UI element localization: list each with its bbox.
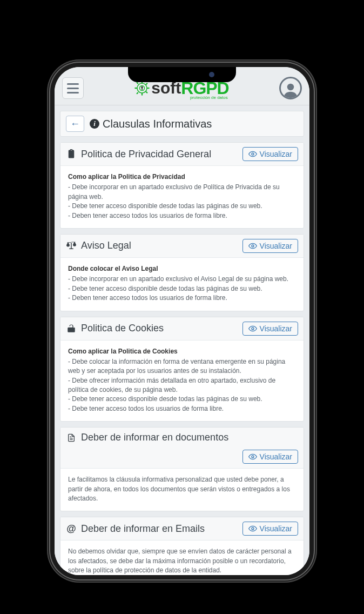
svg-rect-9	[137, 92, 139, 94]
back-button[interactable]: ←	[66, 116, 84, 132]
clipboard-icon	[66, 149, 77, 159]
section-header: Deber de informar en documentos Visualiz…	[60, 428, 304, 469]
section-title: Politica de Privacidad General	[66, 149, 211, 160]
section-header: Politica de Cookies Visualizar	[60, 317, 304, 341]
section-header: Aviso Legal Visualizar	[60, 235, 304, 258]
svg-rect-3	[141, 93, 143, 96]
svg-point-17	[252, 528, 254, 530]
visualizar-button[interactable]: Visualizar	[242, 522, 298, 536]
section-documentos: Deber de informar en documentos Visualiz…	[60, 427, 304, 511]
section-privacidad-general: Politica de Privacidad General Visualiza…	[60, 142, 304, 229]
visualizar-button[interactable]: Visualizar	[242, 239, 298, 253]
visualizar-button[interactable]: Visualizar	[242, 450, 298, 464]
phone-frame: soft RGPD protección de datos ← i Claus	[47, 59, 317, 583]
page-title: i Clausulas Informativas	[90, 118, 212, 130]
gear-icon	[134, 80, 150, 96]
section-body: Donde colocar el Aviso Legal - Debe inco…	[60, 258, 304, 311]
section-title: Aviso Legal	[66, 240, 131, 251]
screen: soft RGPD protección de datos ← i Claus	[55, 67, 309, 575]
document-icon	[66, 433, 77, 443]
section-aviso-legal: Aviso Legal Visualizar Donde colocar el …	[60, 234, 304, 311]
logo-subtitle: protección de datos	[190, 96, 228, 100]
content-area: ← i Clausulas Informativas Politica de P…	[55, 105, 309, 575]
svg-point-16	[252, 456, 254, 458]
section-cookies: Politica de Cookies Visualizar Como apli…	[60, 317, 304, 422]
visualizar-button[interactable]: Visualizar	[242, 322, 298, 336]
device-notch	[128, 67, 236, 82]
scale-icon	[66, 241, 77, 251]
section-title: Politica de Cookies	[66, 323, 164, 334]
page-titlebar: ← i Clausulas Informativas	[60, 111, 304, 137]
svg-point-14	[252, 245, 254, 247]
section-title: Deber de informar en documentos	[66, 432, 298, 443]
section-title: @ Deber de informar en Emails	[66, 523, 205, 535]
visualizar-button[interactable]: Visualizar	[242, 147, 298, 161]
section-header: @ Deber de informar en Emails Visualizar	[60, 517, 304, 540]
section-header: Politica de Privacidad General Visualiza…	[60, 143, 304, 166]
svg-point-15	[252, 328, 254, 330]
unlock-icon	[66, 324, 77, 333]
eye-icon	[248, 324, 257, 333]
eye-icon	[248, 452, 257, 461]
eye-icon	[248, 242, 257, 250]
camera-dot	[209, 72, 214, 77]
section-body: Como aplicar la Politica de Cookies - De…	[60, 341, 304, 422]
avatar[interactable]	[279, 77, 302, 99]
at-icon: @	[66, 523, 77, 535]
svg-rect-6	[137, 82, 139, 84]
svg-rect-11	[141, 88, 143, 90]
eye-icon	[248, 150, 257, 158]
menu-button[interactable]	[62, 77, 84, 99]
section-body: Como aplicar la Politica de Privacidad -…	[60, 166, 304, 228]
svg-point-12	[287, 84, 294, 91]
section-emails: @ Deber de informar en Emails Visualizar…	[60, 517, 304, 575]
info-icon: i	[90, 119, 99, 129]
svg-point-13	[252, 153, 254, 155]
svg-rect-4	[135, 88, 138, 89]
user-icon	[282, 82, 299, 98]
section-body: Le facilitamos la cláusula informativa p…	[60, 469, 304, 511]
svg-rect-5	[147, 88, 150, 89]
eye-icon	[248, 524, 257, 533]
section-body: No debemos olvidar que, siempre que se e…	[60, 540, 304, 575]
